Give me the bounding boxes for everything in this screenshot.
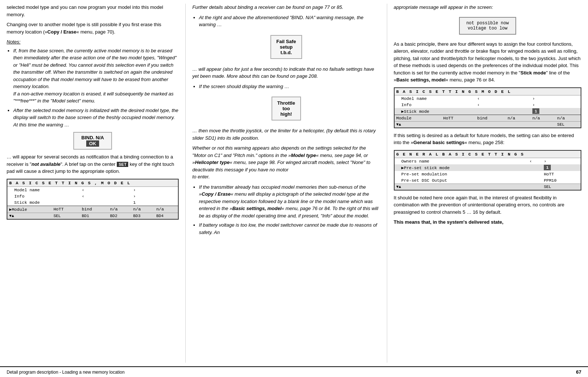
table2-footer-empty1: [441, 121, 475, 128]
table2-stickmode-val: 1: [531, 108, 581, 115]
column-right: appropriate message will appear in the s…: [387, 4, 588, 363]
table1-row-stickmode: Stick mode 1: [7, 199, 178, 206]
right-para2: If this setting is desired as a default …: [394, 132, 581, 146]
middle-para1: Further details about binding a receiver…: [192, 4, 380, 11]
table2-footer-row: ▼▲ SEL: [394, 121, 581, 128]
right-para-intro: appropriate message will appear in the s…: [394, 4, 581, 11]
table3-owners-right: ›: [542, 158, 581, 164]
table2-modelname-right: ›: [531, 95, 581, 102]
table2-module-row: Module HoTT bind n/a n/a n/a: [394, 115, 581, 121]
throttle-box: Throttle too high!: [272, 97, 301, 121]
stick-mode-number: 1: [532, 108, 539, 114]
page-container: selected model type and you can now prog…: [0, 0, 588, 377]
middle-bullet3: If the transmitter already has occupied …: [199, 184, 380, 220]
column-middle: Further details about binding a receiver…: [186, 4, 387, 363]
table3-footer-sel: SEL: [542, 184, 581, 190]
table3-owners-label: Owners name: [394, 158, 528, 164]
table1-header-row: B A S I C S E T T I N G S , M O D E L: [7, 179, 178, 187]
middle-bullet1: At the right and above the aforementione…: [199, 14, 380, 28]
table1-info-label: Info: [7, 193, 80, 199]
table2-module-col3: bind: [475, 115, 505, 121]
table1-footer-bd1: BD1: [80, 213, 108, 219]
table3-row-stickmode: ▶Pre-set stick mode 1: [394, 164, 581, 171]
table3-row-modulation: Pre-set modulation HoTT: [394, 171, 581, 177]
middle-para-fail-safe: … will appear (also for just a few secon…: [192, 66, 380, 80]
voltage-line1: not possible now: [466, 21, 509, 26]
table3-footer-row: ▼▲ SEL: [394, 184, 581, 190]
table1-stickmode-c2: [80, 199, 108, 206]
table1-stickmode-val: 1: [131, 199, 178, 206]
left-para-after-bind: … will appear for several seconds as not…: [7, 153, 179, 175]
table3-modulation-val: HoTT: [542, 171, 581, 177]
left-para2: Changing over to another model type is s…: [7, 21, 179, 35]
middle-bullets: At the right and above the aforementione…: [199, 14, 380, 28]
right-settings-table3: G E N E R A L B A S I C S E T T I N G S …: [394, 150, 581, 191]
bind-na-ok: OK: [86, 140, 99, 147]
table2-row-stickmode: ▶Stick mode 1: [394, 108, 581, 115]
preset-stick-number: 1: [544, 165, 551, 170]
table2-footer-arrows: ▼▲: [394, 121, 442, 128]
bind-na-box: BIND. N/A OK: [73, 132, 112, 150]
table3-stickmode-label: ▶Pre-set stick mode: [394, 164, 528, 171]
left-bullet-2: After the selected model memory is initi…: [13, 107, 179, 129]
table1-module-col3: bind: [80, 206, 108, 213]
voltage-line2: voltage too low: [468, 26, 507, 31]
middle-bullet3-text: If the transmitter already has occupied …: [199, 184, 378, 219]
table3-dsc-empty: [528, 177, 542, 184]
table2-header: B A S I C S E T T I N G S M O D E L: [394, 88, 581, 95]
table1-module-col5: n/a: [131, 206, 154, 213]
table2-info-label: Info: [394, 102, 476, 108]
table2-footer-empty4: [531, 121, 555, 128]
column-left: selected model type and you can now prog…: [0, 4, 186, 363]
table1-header: B A S I C S E T T I N G S , M O D E L: [7, 179, 178, 187]
table2-info-empty: [506, 102, 531, 108]
table2-modelname-left: ‹: [475, 95, 505, 102]
table1-modelname-left: ‹: [80, 186, 108, 193]
table3-modulation-label: Pre-set modulation: [394, 171, 528, 177]
voltage-box-container: not possible now voltage too low: [394, 15, 581, 37]
table1-footer-sel: SEL: [52, 213, 80, 219]
table1-module-col6: n/a: [154, 206, 178, 213]
table2-footer-sel: SEL: [555, 121, 581, 128]
table1-footer-arrows: ▼▲: [7, 213, 52, 219]
table2-module-col6: n/a: [555, 115, 581, 121]
footer-left: Detail program description - Loading a n…: [7, 370, 125, 375]
right-settings-table2: B A S I C S E T T I N G S M O D E L Mode…: [394, 87, 581, 128]
table2-row-info: Info ‹ ›: [394, 102, 581, 108]
table3-row-dsc: Pre-set DSC Output PPM10: [394, 177, 581, 184]
table1-modelname-right: ›: [131, 186, 178, 193]
bind-na-line1: BIND. N/A: [81, 135, 104, 140]
table3-row-ownersname: Owners name ‹ ›: [394, 158, 581, 164]
table1-footer-bd2: BD2: [108, 213, 132, 219]
table2-module-col1: Module: [394, 115, 442, 121]
table1-modelname-label: Model name: [7, 186, 80, 193]
throttle-line1: Throttle: [277, 100, 295, 106]
table1-footer-bd3: BD3: [131, 213, 154, 219]
fail-safe-line3: t.b.d.: [280, 50, 292, 55]
footer-page-num: 67: [576, 369, 581, 375]
table2-stickmode-c2: [475, 108, 505, 115]
right-para3: It should be noted here once again that,…: [394, 194, 581, 216]
table2-header-row: B A S I C S E T T I N G S M O D E L: [394, 88, 581, 95]
middle-bullet4-text: If battery voltage is too low, the model…: [199, 222, 377, 235]
table3-footer-empty2: [528, 184, 542, 190]
middle-bullet1-text: At the right and above the aforementione…: [199, 15, 363, 28]
table3-footer-arrows: ▼▲: [394, 184, 489, 190]
table2-info-right: ›: [531, 102, 581, 108]
table3-owners-left: ‹: [528, 158, 542, 164]
right-para4-bold: This means that, in the system's deliver…: [394, 219, 504, 225]
table2-modelname-empty: [506, 95, 531, 102]
fail-safe-line2: setup: [280, 44, 293, 50]
throttle-line2: too: [283, 106, 290, 111]
table2-info-left: ‹: [475, 102, 505, 108]
left-settings-table: B A S I C S E T T I N G S , M O D E L Mo…: [7, 179, 179, 220]
middle-bullets2: If the screen should display the warning…: [199, 83, 380, 90]
table2-stickmode-c3: [506, 108, 531, 115]
middle-bullet2-text: If the screen should display the warning…: [199, 84, 289, 89]
middle-para-throttle: … then move the throttle joystick, or th…: [192, 127, 380, 142]
footer-bar: Detail program description - Loading a n…: [0, 366, 588, 377]
left-para1: selected model type and you can now prog…: [7, 4, 179, 18]
table1-info-empty: [108, 193, 132, 199]
middle-bullet4: If battery voltage is too low, the model…: [199, 221, 380, 236]
fail-safe-box: Fail Safe setup t.b.d.: [270, 35, 302, 59]
